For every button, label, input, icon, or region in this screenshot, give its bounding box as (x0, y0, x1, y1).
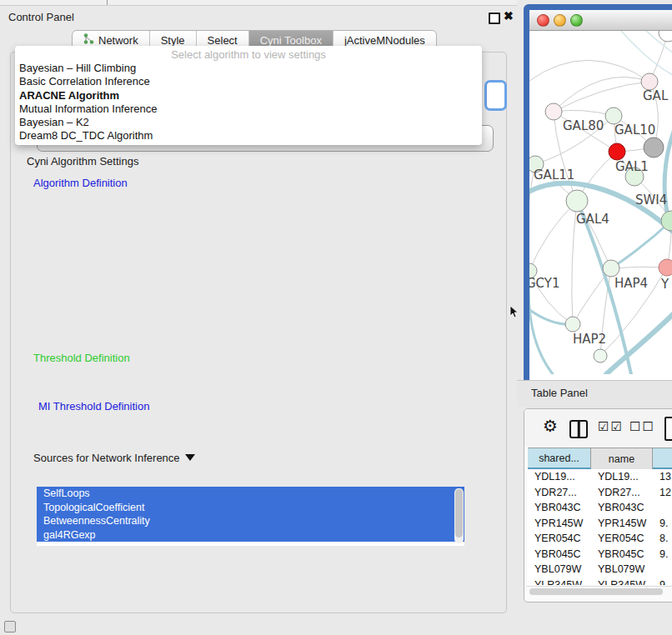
data-attribute-item-betweennesscentrality[interactable]: BetweennessCentrality (37, 514, 464, 528)
zoom-window-icon[interactable] (570, 14, 583, 27)
minimize-window-icon[interactable] (554, 14, 566, 27)
table-cell: YBR043C (528, 500, 591, 516)
mouse-cursor (509, 306, 519, 319)
expanded-arrow-icon (185, 454, 195, 461)
dropdown-options: Bayesian – Hill ClimbingBasic Correlatio… (15, 62, 482, 143)
algorithm-option-bayesian-k2[interactable]: Bayesian – K2 (15, 116, 482, 129)
node-label-gal11: GAL11 (534, 168, 574, 182)
node-label-hap2: HAP2 (573, 332, 606, 347)
table-cell: YDR27... (591, 485, 653, 501)
top-divider-tick (107, 0, 108, 5)
table-cell (653, 562, 672, 578)
tab-label: Style (161, 34, 185, 47)
table-toolbar: ⚙ ☑☑ ☐☐ (524, 409, 672, 447)
network-edge (554, 82, 649, 112)
app-screen: Control Panel ✖ NetworkStyleSelectCyni T… (0, 0, 672, 635)
network-node-y[interactable] (659, 259, 672, 276)
table-row[interactable]: YDR27...YDR27...12 (528, 485, 672, 501)
gear-icon[interactable]: ⚙ (543, 416, 558, 436)
table-cell: YLR345W (528, 578, 591, 586)
table-cell: 9. (653, 547, 672, 562)
table-cell (653, 500, 672, 516)
tab-label: Select (208, 34, 238, 47)
table-row[interactable]: YLR345WYLR345W9. (528, 578, 672, 586)
attributes-scrollbar[interactable] (454, 488, 464, 543)
algorithm-dropdown-popup: Select algorithm to view settings Bayesi… (15, 46, 482, 145)
table-cell: YPR145W (591, 516, 653, 532)
network-node-gal4[interactable] (566, 190, 588, 212)
network-node-gal[interactable] (641, 73, 658, 90)
table-row[interactable]: YBR043CYBR043C (528, 500, 672, 516)
node-label-hap4: HAP4 (614, 276, 648, 291)
data-attribute-item-topologicalcoefficient[interactable]: TopologicalCoefficient (37, 501, 464, 515)
unselect-all-columns-icon[interactable]: ☐☐ (629, 419, 655, 434)
data-attribute-item-selfloops[interactable]: SelfLoops (37, 487, 464, 501)
network-node[interactable] (644, 138, 664, 158)
algorithm-option-bayesian-hill-climbing[interactable]: Bayesian – Hill Climbing (15, 62, 482, 75)
network-canvas[interactable]: GALGAL80GAL10GAL1GAL11SWI4GAL4GCY1HAP4YH… (529, 31, 672, 374)
select-all-columns-icon[interactable]: ☑☑ (598, 419, 624, 434)
control-panel: Control Panel ✖ NetworkStyleSelectCyni T… (0, 6, 518, 635)
table-panel: ⚙ ☑☑ ☐☐ shared...name YDL19...YDL19...13… (524, 408, 672, 602)
table-panel-title: Table Panel (531, 387, 588, 399)
table-row[interactable]: YBL079WYBL079W (528, 562, 672, 578)
network-node-gal1[interactable] (609, 143, 625, 160)
column-header-name[interactable]: name (591, 448, 653, 469)
network-node[interactable] (594, 349, 607, 362)
network-node-hap4[interactable] (603, 260, 619, 277)
data-attribute-item-gal4rgexp[interactable]: gal4RGexp (37, 528, 464, 542)
network-node-hap2[interactable] (565, 317, 580, 332)
cyni-algorithm-settings-label: Cyni Algorithm Settings (23, 155, 142, 168)
column-header-shared[interactable]: shared... (528, 448, 591, 469)
table-header-row: shared...name (528, 448, 672, 469)
float-panel-icon[interactable] (489, 12, 500, 24)
node-label-gal10: GAL10 (614, 122, 655, 138)
network-node-gal10[interactable] (605, 108, 622, 124)
table-cell: YDL19... (591, 469, 653, 485)
table-cell: YDL19... (528, 469, 591, 485)
algorithm-combobox-partial[interactable] (484, 80, 507, 111)
table-cell: YDR27... (528, 485, 591, 501)
algorithm-option-basic-correlation-inference[interactable]: Basic Correlation Inference (15, 75, 482, 88)
algorithm-definition-label: Algorithm Definition (30, 177, 131, 189)
algorithm-option-aracne-algorithm[interactable]: ARACNE Algorithm (15, 89, 482, 102)
columns-icon[interactable] (569, 420, 588, 438)
column-header-col2[interactable] (653, 448, 672, 469)
node-label-swi4: SWI4 (635, 192, 667, 208)
close-window-icon[interactable] (537, 14, 549, 27)
dock-icon[interactable] (4, 621, 16, 632)
table-cell: YBL079W (591, 562, 653, 578)
network-node-gal80[interactable] (545, 103, 562, 120)
table-horizontal-scrollbar[interactable] (526, 586, 672, 597)
table-cell: YBR043C (591, 500, 653, 516)
table-cell: YER054C (591, 531, 653, 547)
threshold-definition-label: Threshold Definition (30, 352, 133, 364)
node-label-gcy1: GCY1 (529, 276, 560, 291)
table-cell: YBR045C (591, 547, 653, 562)
table-cell: YLR345W (591, 578, 653, 586)
network-edge (554, 77, 649, 112)
export-table-icon[interactable] (664, 417, 672, 441)
table-cell: 9. (653, 516, 672, 532)
table-cell: YER054C (528, 531, 591, 547)
algorithm-option-mutual-information-inference[interactable]: Mutual Information Inference (15, 102, 482, 116)
table-cell: 12 (653, 485, 672, 501)
table-row[interactable]: YDL19...YDL19...13 (528, 469, 672, 485)
node-label-gal1: GAL1 (615, 159, 649, 174)
table-cell: 13 (653, 469, 672, 485)
network-window-titlebar[interactable] (529, 10, 672, 31)
table-row[interactable]: YPR145WYPR145W9. (528, 516, 672, 532)
table-row[interactable]: YER054CYER054C8. (528, 531, 672, 547)
sources-group-label[interactable]: Sources for Network Inference (30, 452, 198, 464)
network-edge (529, 60, 649, 82)
network-node[interactable] (659, 31, 672, 42)
control-panel-title: Control Panel (8, 11, 74, 23)
table-cell: 9. (653, 578, 672, 586)
mi-threshold-group-label: MI Threshold Definition (35, 400, 153, 412)
network-tab-icon (83, 33, 94, 47)
node-label-gal: GAL (643, 88, 669, 103)
close-panel-icon[interactable]: ✖ (504, 9, 514, 22)
dropdown-prompt: Select algorithm to view settings (15, 48, 482, 62)
algorithm-option-dream8-dc-tdc-algorithm[interactable]: Dream8 DC_TDC Algorithm (15, 129, 482, 142)
table-row[interactable]: YBR045CYBR045C9. (528, 547, 672, 562)
